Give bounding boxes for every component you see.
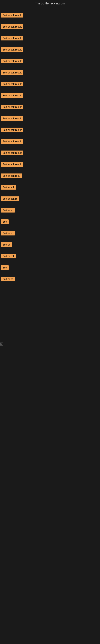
list-item: Bottleneck result	[0, 147, 100, 158]
empty-row	[0, 347, 100, 359]
list-item: Bottleneck result	[0, 66, 100, 78]
cursor-row	[0, 284, 100, 304]
list-item: Bottleneck	[0, 250, 100, 262]
list-item: Bottleneck result	[0, 55, 100, 66]
bottleneck-badge[interactable]: Bottleneck result	[1, 128, 23, 132]
empty-row	[0, 304, 100, 316]
bottleneck-badge[interactable]: Bottleneck result	[1, 139, 23, 144]
bottleneck-badge[interactable]: Bottleneck result	[1, 162, 23, 167]
bottleneck-badge[interactable]: Bottleneck result	[1, 116, 23, 121]
indicator-text: ≡	[0, 342, 3, 346]
list-item: Bottleneck	[0, 181, 100, 193]
bottleneck-badge[interactable]: Bottleneck resu	[1, 174, 22, 178]
list-item: Bottleneck result	[0, 90, 100, 101]
text-cursor	[1, 288, 1, 292]
empty-row	[0, 371, 100, 384]
bottleneck-badge[interactable]: Bott	[1, 219, 9, 224]
empty-row	[0, 432, 100, 444]
list-item: Bottleneck result	[0, 124, 100, 136]
bottleneck-badge[interactable]: Bottleneck result	[1, 150, 23, 155]
empty-row	[0, 316, 100, 328]
bottleneck-badge[interactable]: Bottlen	[1, 242, 12, 247]
list-item: Bottlen	[0, 239, 100, 250]
bottleneck-badge[interactable]: Bottleneck	[1, 185, 16, 190]
empty-row	[0, 444, 100, 456]
list-item: Bottleneck result	[0, 44, 100, 55]
list-item: Bottlenec	[0, 227, 100, 239]
empty-row	[0, 408, 100, 420]
empty-row	[0, 456, 100, 468]
list-item: Bott	[0, 216, 100, 227]
bottleneck-badge[interactable]: Bottleneck re	[1, 196, 19, 201]
list-item: Bottleneck result	[0, 78, 100, 90]
bottleneck-badge[interactable]: Bottlenec	[1, 208, 15, 212]
bottleneck-badge[interactable]: Bottleneck result	[1, 24, 23, 29]
empty-row	[0, 420, 100, 432]
bottleneck-badge[interactable]: Bottleneck result	[1, 47, 23, 52]
bottleneck-badge[interactable]: Bottleneck	[1, 254, 16, 258]
list-item: Bott	[0, 262, 100, 273]
list-item: Bottleneck result	[0, 101, 100, 112]
site-title: TheBottlenecker.com	[0, 0, 100, 7]
list-item: Bottleneck re	[0, 193, 100, 204]
list-item: Bottleneck result	[0, 136, 100, 147]
empty-row	[0, 396, 100, 408]
list-item: Bottleneck result	[0, 112, 100, 124]
bottleneck-badge[interactable]: Bottleneck result	[1, 70, 23, 75]
bottleneck-badge[interactable]: Bottleneck result	[1, 36, 23, 40]
bottleneck-badge[interactable]: Bottleneck result	[1, 59, 23, 64]
empty-row	[0, 328, 100, 340]
bottleneck-badge[interactable]: Bott	[1, 265, 9, 270]
empty-row	[0, 384, 100, 396]
site-title-bar: TheBottlenecker.com	[0, 0, 100, 7]
list-item: Bottlenec	[0, 204, 100, 216]
list-item: Bottleneck result	[0, 158, 100, 170]
list-item: Bottleneck result	[0, 7, 100, 21]
list-item: Bottleneck result	[0, 21, 100, 32]
bottleneck-badge[interactable]: Bottleneck result	[1, 105, 23, 109]
bottleneck-badge[interactable]: Bottlenec	[1, 277, 15, 281]
bottleneck-badge[interactable]: Bottleneck result	[1, 82, 23, 86]
empty-row	[0, 359, 100, 371]
bottleneck-badge[interactable]: Bottleneck result	[1, 13, 23, 18]
bottom-indicator: ≡	[0, 340, 100, 347]
list-item: Bottlenec	[0, 273, 100, 284]
bottleneck-list: Bottleneck result Bottleneck result Bott…	[0, 7, 100, 468]
list-item: Bottleneck result	[0, 32, 100, 44]
bottleneck-badge[interactable]: Bottlenec	[1, 231, 15, 236]
bottleneck-badge[interactable]: Bottleneck result	[1, 93, 23, 98]
list-item: Bottleneck resu	[0, 170, 100, 181]
